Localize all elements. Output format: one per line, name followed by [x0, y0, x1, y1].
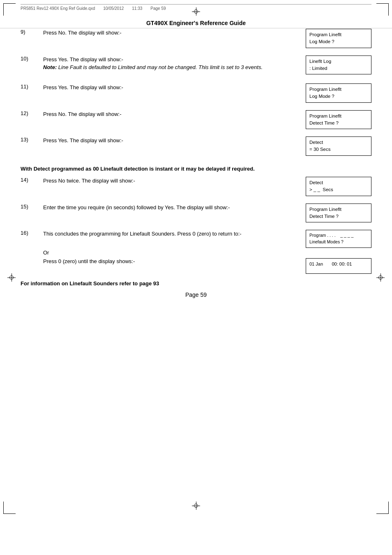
header-title: GT490X Engineer's Reference Guide: [146, 20, 246, 26]
step-13-display: Detect = 30 Secs: [306, 136, 371, 156]
step-10: 10) Press Yes. The display will show:- N…: [21, 56, 371, 75]
step-9-num: 9): [21, 29, 43, 35]
step-9-text: Press No. The display will show:-: [43, 29, 297, 37]
step-16: 16) This concludes the programming for L…: [21, 230, 371, 248]
main-content: 9) Press No. The display will show:- Pro…: [21, 29, 371, 506]
step-15: 15) Enter the time you require (in secon…: [21, 204, 371, 223]
step-16-press0-text: Press 0 (zero) until the display shows:-: [43, 258, 297, 264]
step-9-lcd: Program Lineflt Log Mode ?: [306, 29, 371, 48]
step-13-text: Press Yes. The display will show:-: [43, 136, 297, 145]
footer-info: For information on Linefault Sounders re…: [21, 280, 371, 287]
step-16-press0-display: 01 Jan 00: 00: 01: [306, 258, 371, 274]
step-16-text: This concludes the programming for Linef…: [43, 230, 297, 238]
step-11-display: Program Lineflt Log Mode ?: [306, 83, 371, 103]
step-10-note: Note: Line Fault is defaulted to Limited…: [43, 64, 263, 70]
corner-tr: [376, 3, 389, 16]
page-header: GT490X Engineer's Reference Guide: [0, 16, 392, 28]
step-13-num: 13): [21, 136, 43, 143]
info-bold: With Detect programmed as 00 Linefault d…: [21, 165, 371, 173]
corner-tl: [3, 3, 16, 16]
step-14-display: Detect > _ _ Secs: [306, 177, 371, 196]
step-16-or: Or: [21, 250, 371, 256]
meta-date: 10/05/2012: [103, 6, 124, 11]
step-10-num: 10): [21, 56, 43, 62]
step-14-text: Press No twice. The display will show:-: [43, 177, 297, 185]
page-number: Page 59: [21, 291, 371, 298]
step-11: 11) Press Yes. The display will show:- P…: [21, 83, 371, 103]
step-16-display: Program . . . . _ _ _ _ Linefault Modes …: [306, 230, 371, 248]
step-9-display: Program Lineflt Log Mode ?: [306, 29, 371, 48]
corner-br: [376, 502, 389, 514]
step-12: 12) Press No. The display will show:- Pr…: [21, 110, 371, 130]
crosshair-left: [7, 273, 16, 282]
step-11-num: 11): [21, 83, 43, 90]
step-16-num: 16): [21, 230, 43, 236]
page-container: PR5851 Rev12 490X Eng Ref Guide.qxd 10/0…: [0, 0, 392, 555]
step-11-text: Press Yes. The display will show:-: [43, 83, 297, 92]
step-11-lcd: Program Lineflt Log Mode ?: [306, 83, 371, 103]
step-10-text: Press Yes. The display will show:- Note:…: [43, 56, 297, 72]
step-9: 9) Press No. The display will show:- Pro…: [21, 29, 371, 48]
step-15-text: Enter the time you require (in seconds) …: [43, 204, 297, 212]
step-15-num: 15): [21, 204, 43, 210]
step-15-display: Program Lineflt Detect Time ?: [306, 204, 371, 223]
corner-bl: [3, 502, 16, 514]
footer-info-text: For information on Linefault Sounders re…: [21, 280, 159, 287]
step-12-display: Program Lineflt Detect Time ?: [306, 110, 371, 130]
step-16-press0-lcd: 01 Jan 00: 00: 01: [306, 258, 371, 274]
step-14: 14) Press No twice. The display will sho…: [21, 177, 371, 196]
step-12-lcd: Program Lineflt Detect Time ?: [306, 110, 371, 130]
step-16-lcd: Program . . . . _ _ _ _ Linefault Modes …: [306, 230, 371, 248]
step-10-lcd: Lineflt Log : Limited: [306, 56, 371, 75]
step-14-num: 14): [21, 177, 43, 183]
step-12-text: Press No. The display will show:-: [43, 110, 297, 118]
step-13: 13) Press Yes. The display will show:- D…: [21, 136, 371, 156]
crosshair-right: [376, 273, 385, 282]
meta-time: 11:33: [132, 6, 142, 11]
step-16-press0: Press 0 (zero) until the display shows:-…: [21, 258, 371, 274]
step-10-display: Lineflt Log : Limited: [306, 56, 371, 75]
step-13-lcd: Detect = 30 Secs: [306, 136, 371, 156]
step-16-or-text: Or: [43, 250, 297, 256]
meta-bar: PR5851 Rev12 490X Eng Ref Guide.qxd 10/0…: [21, 4, 371, 11]
meta-page: Page 59: [150, 6, 166, 11]
step-12-num: 12): [21, 110, 43, 116]
step-15-lcd: Program Lineflt Detect Time ?: [306, 204, 371, 223]
step-14-lcd: Detect > _ _ Secs: [306, 177, 371, 196]
meta-file: PR5851 Rev12 490X Eng Ref Guide.qxd: [21, 6, 95, 11]
